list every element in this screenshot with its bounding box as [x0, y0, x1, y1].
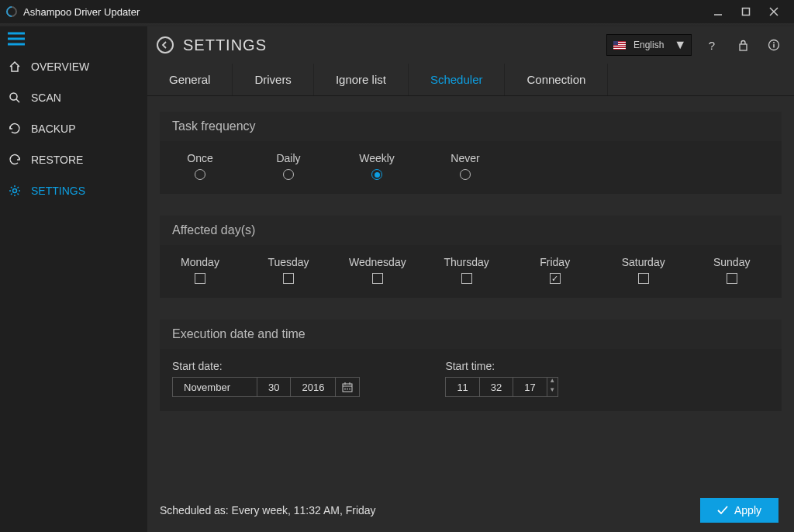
close-button[interactable]	[760, 0, 788, 23]
search-icon	[8, 92, 22, 104]
section-affected-days: Affected day(s) MondayTuesdayWednesdayTh…	[160, 216, 782, 298]
day-cell[interactable]: 30	[257, 377, 291, 397]
checkbox-label: Sunday	[713, 256, 750, 268]
year-cell[interactable]: 2016	[291, 377, 336, 397]
sidebar-item-restore[interactable]: RESTORE	[0, 144, 147, 175]
page-header: SETTINGS English ▼ ?	[147, 26, 794, 64]
hamburger-icon[interactable]	[8, 32, 25, 46]
sidebar-item-label: OVERVIEW	[31, 60, 89, 73]
apply-label: Apply	[734, 504, 761, 516]
checkbox-sunday[interactable]	[727, 273, 737, 284]
sidebar-item-backup[interactable]: BACKUP	[0, 113, 147, 144]
checkbox-label: Monday	[181, 256, 219, 268]
sidebar-item-label: RESTORE	[31, 154, 83, 166]
section-title: Affected day(s)	[160, 216, 782, 245]
radio-never[interactable]	[460, 169, 471, 180]
flag-icon	[613, 41, 626, 50]
section-task-frequency: Task frequency OnceDailyWeeklyNever	[160, 112, 782, 194]
checkbox-wednesday[interactable]	[372, 273, 383, 284]
svg-point-12	[773, 42, 775, 43]
section-execution: Execution date and time Start date: Nove…	[160, 320, 782, 411]
checkbox-saturday[interactable]	[638, 273, 649, 284]
svg-line-8	[16, 99, 19, 102]
home-icon	[8, 60, 22, 73]
status-text: Scheduled as: Every week, 11:32 AM, Frid…	[150, 504, 700, 516]
gear-icon	[8, 185, 22, 197]
svg-rect-10	[740, 44, 747, 50]
svg-point-9	[13, 189, 17, 193]
sidebar-item-label: BACKUP	[31, 123, 76, 135]
calendar-icon[interactable]	[336, 377, 360, 397]
page-title: SETTINGS	[183, 36, 267, 54]
svg-rect-1	[743, 9, 750, 16]
sidebar-item-overview[interactable]: OVERVIEW	[0, 51, 147, 82]
minimize-button[interactable]	[704, 0, 732, 23]
sidebar: OVERVIEW SCAN BACKUP RESTORE SETTINGS	[0, 26, 147, 532]
checkbox-label: Wednesday	[349, 256, 406, 268]
info-icon[interactable]	[763, 39, 785, 51]
radio-label: Never	[451, 152, 479, 164]
back-button[interactable]	[157, 36, 174, 54]
svg-point-7	[10, 93, 17, 100]
radio-label: Weekly	[359, 152, 395, 164]
tab-drivers[interactable]: Drivers	[233, 64, 314, 95]
chevron-down-icon: ▼	[674, 38, 686, 52]
start-time-picker[interactable]: 11 32 17 ▲▼	[445, 377, 558, 397]
checkbox-tuesday[interactable]	[283, 273, 294, 284]
restore-icon	[8, 154, 22, 166]
language-label: English	[633, 40, 664, 50]
radio-once[interactable]	[195, 169, 205, 180]
checkbox-friday[interactable]: ✓	[550, 273, 561, 284]
checkbox-label: Thursday	[444, 256, 489, 268]
tab-ignorelist[interactable]: Ignore list	[314, 64, 409, 95]
radio-label: Daily	[276, 152, 300, 164]
help-button[interactable]: ?	[701, 39, 723, 52]
section-title: Execution date and time	[160, 320, 782, 349]
time-spinner[interactable]: ▲▼	[547, 377, 558, 397]
tabs: General Drivers Ignore list Scheduler Co…	[147, 64, 794, 96]
checkbox-label: Saturday	[622, 256, 665, 268]
footer: Scheduled as: Every week, 11:32 AM, Frid…	[147, 489, 794, 532]
checkbox-thursday[interactable]	[461, 273, 472, 284]
sidebar-item-label: SETTINGS	[31, 185, 85, 197]
minute-cell[interactable]: 32	[480, 377, 513, 397]
tab-scheduler[interactable]: Scheduler	[409, 64, 506, 95]
language-select[interactable]: English ▼	[606, 34, 692, 56]
apply-button[interactable]: Apply	[700, 498, 778, 523]
sidebar-item-label: SCAN	[31, 92, 61, 104]
backup-icon	[8, 123, 22, 135]
lock-icon[interactable]	[732, 40, 754, 51]
radio-weekly[interactable]	[371, 169, 382, 180]
sidebar-item-scan[interactable]: SCAN	[0, 82, 147, 113]
radio-daily[interactable]	[283, 169, 294, 180]
start-time-label: Start time:	[445, 360, 558, 372]
titlebar: Ashampoo Driver Updater	[0, 0, 794, 23]
radio-label: Once	[187, 152, 212, 164]
sidebar-item-settings[interactable]: SETTINGS	[0, 175, 147, 206]
start-date-label: Start date:	[172, 360, 360, 372]
spin-down-icon[interactable]: ▼	[547, 387, 558, 396]
checkbox-monday[interactable]	[195, 273, 205, 284]
second-cell[interactable]: 17	[513, 377, 547, 397]
tab-general[interactable]: General	[147, 64, 233, 95]
app-title: Ashampoo Driver Updater	[23, 6, 704, 18]
section-title: Task frequency	[160, 112, 782, 141]
month-cell[interactable]: November	[172, 377, 257, 397]
checkbox-label: Friday	[540, 256, 570, 268]
hour-cell[interactable]: 11	[445, 377, 479, 397]
app-logo-icon	[4, 4, 19, 19]
maximize-button[interactable]	[732, 0, 760, 23]
start-date-picker[interactable]: November 30 2016	[172, 377, 360, 397]
tab-connection[interactable]: Connection	[505, 64, 608, 95]
check-icon	[717, 506, 728, 515]
checkbox-label: Tuesday	[268, 256, 309, 268]
